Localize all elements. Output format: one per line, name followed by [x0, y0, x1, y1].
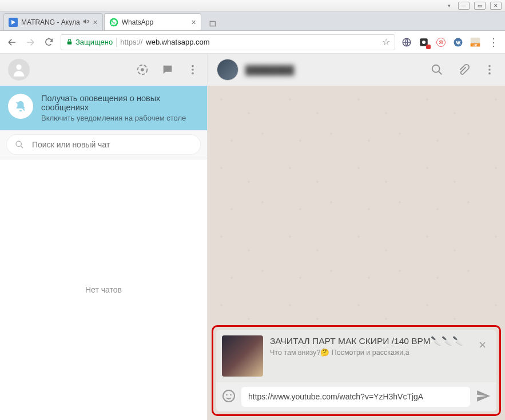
- emoji-button[interactable]: [222, 389, 236, 405]
- window-chrome: ▾ — ▭ ✕: [0, 0, 505, 11]
- kebab-icon: [483, 63, 496, 76]
- svg-rect-5: [67, 41, 72, 44]
- new-tab-button[interactable]: [206, 17, 220, 30]
- close-icon: ×: [479, 338, 486, 352]
- extension-icon-badge[interactable]: [418, 37, 430, 48]
- tab-title: WhatsApp: [122, 18, 188, 26]
- new-chat-button[interactable]: [161, 63, 174, 76]
- link-preview-text: ЗАЧИТАЛ ПАРТ МАК СКИРИ /140 BPM🔪🔪🔪 Что т…: [270, 335, 467, 357]
- svg-point-19: [192, 69, 194, 71]
- svg-point-27: [488, 69, 491, 71]
- whatsapp-app: Получать оповещения о новых сообщениях В…: [0, 54, 505, 420]
- reload-button[interactable]: [42, 36, 55, 49]
- window-dropdown-icon[interactable]: ▾: [444, 2, 454, 10]
- svg-point-18: [192, 65, 194, 67]
- link-preview-title: ЗАЧИТАЛ ПАРТ МАК СКИРИ /140 BPM🔪🔪🔪: [270, 335, 467, 346]
- sidebar-header: [0, 54, 207, 86]
- window-minimize-button[interactable]: —: [458, 2, 470, 10]
- notifications-subtitle: Включить уведомления на рабочем столе: [41, 114, 199, 122]
- back-button[interactable]: [6, 36, 18, 49]
- user-avatar[interactable]: [8, 59, 30, 81]
- lock-icon: [66, 38, 73, 46]
- message-input[interactable]: https://www.youtube.com/watch?v=YzH3hVcT…: [241, 387, 470, 407]
- chat-search-button[interactable]: [431, 63, 443, 76]
- composer-zone: ЗАЧИТАЛ ПАРТ МАК СКИРИ /140 BPM🔪🔪🔪 Что т…: [208, 321, 505, 420]
- tab-favicon-video-icon: [9, 18, 18, 27]
- chat-menu-button[interactable]: [483, 63, 496, 76]
- secure-badge: Защищено: [66, 38, 113, 46]
- search-icon: [15, 140, 24, 149]
- url-host: web.whatsapp.com: [146, 38, 209, 46]
- status-button[interactable]: [136, 63, 149, 76]
- link-preview-close-button[interactable]: ×: [474, 335, 491, 355]
- svg-point-28: [488, 73, 491, 75]
- attach-button[interactable]: [457, 63, 470, 76]
- notifications-bell-icon: [8, 94, 33, 119]
- message-input-value: https://www.youtube.com/watch?v=YzH3hVcT…: [248, 392, 423, 401]
- window-maximize-button[interactable]: ▭: [474, 2, 486, 10]
- svg-point-8: [422, 41, 426, 44]
- svg-line-23: [21, 146, 23, 148]
- sidebar-search: [0, 130, 207, 159]
- extension-globe-icon[interactable]: [401, 37, 412, 48]
- bookmark-star-icon[interactable]: ☆: [382, 37, 390, 47]
- chat-list-empty: Нет чатов: [0, 159, 207, 420]
- audio-indicator-icon[interactable]: [82, 18, 90, 27]
- search-box[interactable]: [7, 135, 200, 154]
- tab-title: MATRANG - Акула: [21, 18, 80, 26]
- svg-point-31: [230, 394, 232, 395]
- conversation-pane: ████████ ЗАЧИТАЛ ПА: [208, 54, 505, 420]
- svg-point-17: [141, 68, 144, 71]
- svg-text:off: off: [474, 43, 478, 46]
- url-scheme: https://: [120, 38, 142, 46]
- notifications-text: Получать оповещения о новых сообщениях В…: [41, 94, 199, 122]
- svg-point-24: [432, 65, 440, 73]
- smiley-icon: [222, 389, 236, 403]
- forward-button[interactable]: [24, 36, 37, 49]
- conversation-header[interactable]: ████████: [208, 54, 505, 86]
- secure-label: Защищено: [75, 38, 113, 46]
- tab-close-icon[interactable]: ×: [192, 18, 196, 26]
- svg-point-15: [16, 65, 21, 70]
- svg-point-26: [488, 65, 491, 67]
- empty-label: Нет чатов: [85, 285, 122, 294]
- extension-vk-icon[interactable]: [452, 37, 464, 48]
- annotation-highlight: ЗАЧИТАЛ ПАРТ МАК СКИРИ /140 BPM🔪🔪🔪 Что т…: [212, 325, 501, 416]
- svg-point-30: [226, 394, 228, 395]
- link-preview-thumbnail: [222, 335, 263, 377]
- tab-matrang[interactable]: MATRANG - Акула ×: [3, 13, 103, 30]
- extension-icons: Я off ⋮: [401, 36, 499, 49]
- contact-avatar[interactable]: [217, 59, 238, 81]
- extension-yandex-icon[interactable]: Я: [435, 37, 447, 48]
- address-bar[interactable]: Защищено https://web.whatsapp.com ☆: [61, 34, 395, 50]
- separator: [116, 38, 117, 47]
- composer-row: https://www.youtube.com/watch?v=YzH3hVcT…: [216, 382, 496, 411]
- tab-favicon-whatsapp-icon: [109, 18, 118, 27]
- notifications-banner[interactable]: Получать оповещения о новых сообщениях В…: [0, 86, 207, 130]
- chat-icon: [161, 63, 174, 76]
- chrome-menu-button[interactable]: ⋮: [487, 36, 499, 49]
- conversation-body[interactable]: ЗАЧИТАЛ ПАРТ МАК СКИРИ /140 BPM🔪🔪🔪 Что т…: [208, 86, 505, 420]
- search-input[interactable]: [32, 140, 192, 149]
- svg-line-25: [439, 71, 442, 75]
- svg-point-20: [192, 73, 194, 75]
- notifications-title: Получать оповещения о новых сообщениях: [41, 94, 199, 112]
- svg-point-29: [223, 390, 234, 402]
- kebab-icon: [186, 63, 199, 76]
- search-icon: [431, 63, 443, 76]
- extension-savefrom-icon[interactable]: off: [470, 37, 481, 48]
- svg-rect-12: [471, 37, 480, 43]
- svg-text:Я: Я: [439, 39, 443, 45]
- tab-close-icon[interactable]: ×: [93, 18, 98, 26]
- window-close-button[interactable]: ✕: [490, 2, 502, 10]
- send-icon: [476, 389, 491, 403]
- tab-strip: MATRANG - Акула × WhatsApp ×: [0, 11, 505, 31]
- person-icon: [11, 62, 27, 78]
- tab-whatsapp[interactable]: WhatsApp ×: [104, 13, 201, 30]
- status-ring-icon: [136, 63, 149, 76]
- link-preview-card: ЗАЧИТАЛ ПАРТ МАК СКИРИ /140 BPM🔪🔪🔪 Что т…: [216, 330, 496, 382]
- send-button[interactable]: [476, 389, 491, 406]
- sidebar: Получать оповещения о новых сообщениях В…: [0, 54, 208, 420]
- sidebar-menu-button[interactable]: [186, 63, 199, 76]
- contact-name: ████████: [245, 65, 294, 75]
